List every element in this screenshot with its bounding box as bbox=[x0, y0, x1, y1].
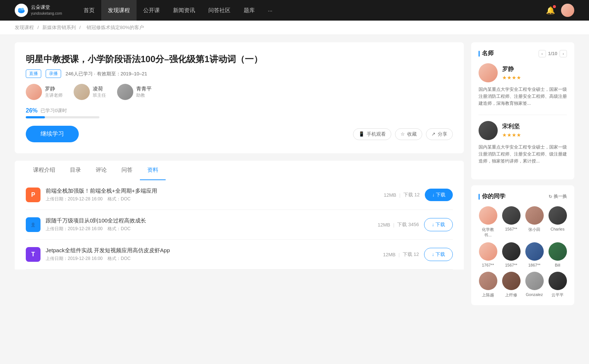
instructor-avatar-0 bbox=[26, 84, 42, 100]
course-instructors: 罗静 主讲老师 凌荷 班主任 青青平 助教 bbox=[26, 84, 453, 100]
teacher-stars-1: ★★★★ bbox=[502, 132, 521, 138]
classmate-7: Bill bbox=[548, 242, 567, 267]
classmate-name-0: 化学教书... bbox=[479, 227, 497, 238]
classmate-name-6: 1867** bbox=[528, 263, 540, 267]
file-name-0: 前端全栈加强版！前端全栈+全周期+多端应用 bbox=[46, 188, 378, 195]
teachers-next-button[interactable]: › bbox=[560, 50, 567, 57]
tab-catalog[interactable]: 目录 bbox=[63, 161, 88, 180]
instructor-info-2: 青青平 助教 bbox=[136, 86, 152, 99]
nav-news[interactable]: 新闻资讯 bbox=[166, 0, 202, 21]
tabs-container: 课程介绍 目录 评论 问答 资料 P 前端全栈加强版！前端全栈+全周期+多端应用… bbox=[15, 161, 464, 270]
progress-section: 26% 已学习0课时 bbox=[26, 107, 453, 118]
tab-resources[interactable]: 资料 bbox=[140, 161, 166, 180]
mobile-view-button[interactable]: 📱 手机观看 bbox=[353, 128, 391, 140]
logo[interactable]: 云朵课堂yundouketang.com bbox=[15, 4, 62, 17]
classmates-card: 你的同学 ↻ 换一换 化学教书... 1567** 张小田 bbox=[471, 185, 574, 305]
instructor-0: 罗静 主讲老师 bbox=[26, 84, 63, 100]
course-header-card: 明星中教授课，小学阶段语法100分–强化级第1讲动词（一） 直播 录播 246人… bbox=[15, 42, 464, 153]
classmate-5: 1567** bbox=[502, 242, 521, 267]
classmates-grid: 化学教书... 1567** 张小田 Charles 1767** bbox=[479, 206, 567, 298]
file-name-2: Jetpack全组件实战 开发短视频应用高仿皮皮虾App bbox=[46, 247, 378, 254]
teacher-header-1: 宋利坚 ★★★★ bbox=[479, 121, 567, 140]
nav-quiz[interactable]: 题库 bbox=[237, 0, 261, 21]
nav-courses[interactable]: 发现课程 bbox=[101, 0, 137, 21]
file-size-0: 12MB bbox=[384, 192, 396, 198]
logo-icon bbox=[15, 4, 28, 17]
classmate-avatar-10 bbox=[525, 272, 544, 290]
navigation: 云朵课堂yundouketang.com 首页 发现课程 公开课 新闻资讯 问答… bbox=[0, 0, 589, 21]
course-title: 明星中教授课，小学阶段语法100分–强化级第1讲动词（一） bbox=[26, 53, 453, 65]
refresh-button[interactable]: ↻ 换一换 bbox=[549, 193, 567, 200]
classmate-6: 1867** bbox=[525, 242, 544, 267]
progress-bar-fill bbox=[26, 116, 45, 118]
main-content: 明星中教授课，小学阶段语法100分–强化级第1讲动词（一） 直播 录播 246人… bbox=[0, 35, 589, 318]
collect-button[interactable]: ☆ 收藏 bbox=[395, 128, 422, 140]
tab-intro[interactable]: 课程介绍 bbox=[26, 161, 63, 180]
breadcrumb-link-1[interactable]: 发现课程 bbox=[15, 25, 34, 30]
instructor-name-2: 青青平 bbox=[136, 86, 152, 92]
download-button-2[interactable]: ↓ 下载 bbox=[424, 248, 453, 261]
classmates-title: 你的同学 ↻ 换一换 bbox=[479, 193, 567, 200]
bell-icon[interactable]: 🔔 bbox=[546, 6, 555, 15]
instructor-1: 凌荷 班主任 bbox=[74, 84, 106, 100]
teacher-desc-0: 国内某重点大学安全工程专业硕士，国家一级注册消防工程师、注册安全工程师、高级注册… bbox=[479, 86, 567, 107]
classmate-avatar-6 bbox=[525, 242, 544, 261]
continue-learning-button[interactable]: 继续学习 bbox=[26, 126, 79, 142]
file-item-2: T Jetpack全组件实战 开发短视频应用高仿皮皮虾App 上传日期：2019… bbox=[26, 240, 453, 270]
share-button[interactable]: ↗ 分享 bbox=[426, 128, 453, 140]
teachers-title-text: 名师 bbox=[482, 50, 494, 57]
refresh-icon: ↻ bbox=[549, 194, 552, 199]
progress-label: 26% 已学习0课时 bbox=[26, 107, 453, 114]
files-section: P 前端全栈加强版！前端全栈+全周期+多端应用 上传日期：2019-12-28 … bbox=[15, 180, 464, 270]
instructor-avatar-2 bbox=[117, 84, 133, 100]
instructor-2: 青青平 助教 bbox=[117, 84, 152, 100]
download-button-0[interactable]: ↓ 下载 bbox=[425, 189, 453, 201]
tab-qa[interactable]: 问答 bbox=[114, 161, 140, 180]
file-info-2: Jetpack全组件实战 开发短视频应用高仿皮皮虾App 上传日期：2019-1… bbox=[46, 247, 378, 262]
file-downloads-2: 下载 12 bbox=[403, 251, 419, 258]
classmate-name-9: 上纤修 bbox=[505, 292, 517, 298]
classmate-name-8: 上陈越 bbox=[482, 292, 494, 298]
download-button-1[interactable]: ↓ 下载 bbox=[424, 218, 453, 231]
file-icon-1: 👤 bbox=[26, 217, 40, 232]
classmate-9: 上纤修 bbox=[502, 272, 521, 298]
nav-open[interactable]: 公开课 bbox=[137, 0, 166, 21]
classmate-10: Gonzalez bbox=[525, 272, 544, 298]
mobile-label: 手机观看 bbox=[367, 131, 386, 138]
teachers-prev-button[interactable]: ‹ bbox=[539, 50, 546, 57]
star-icon: ☆ bbox=[401, 131, 405, 137]
file-stats-1: 12MB | 下载 3456 bbox=[378, 221, 419, 228]
share-label: 分享 bbox=[438, 131, 447, 138]
user-avatar[interactable] bbox=[561, 4, 574, 17]
tab-comments[interactable]: 评论 bbox=[88, 161, 114, 180]
teacher-stars-0: ★★★★ bbox=[502, 75, 521, 81]
teacher-desc-1: 国内某重点大学安全工程专业硕士，国家一级注册消防工程师、注册安全工程师、级注册建… bbox=[479, 144, 567, 165]
classmate-avatar-9 bbox=[502, 272, 521, 290]
instructor-name-0: 罗静 bbox=[45, 86, 63, 92]
nav-home[interactable]: 首页 bbox=[77, 0, 101, 21]
classmate-avatar-7 bbox=[549, 242, 567, 261]
instructor-role-2: 助教 bbox=[136, 92, 152, 99]
mobile-icon: 📱 bbox=[359, 131, 364, 137]
classmate-avatar-8 bbox=[479, 272, 497, 290]
file-meta-0: 上传日期：2019-12-28 16:00 格式：DOC bbox=[46, 196, 378, 202]
breadcrumb-link-2[interactable]: 新媒体营销系列 bbox=[42, 25, 76, 30]
share-icon: ↗ bbox=[431, 131, 435, 137]
classmate-11: 云平平 bbox=[548, 272, 567, 298]
classmate-name-5: 1567** bbox=[505, 263, 517, 267]
breadcrumb-current: 销冠修炼术搞定80%的客户 bbox=[87, 25, 144, 30]
classmate-name-2: 张小田 bbox=[528, 227, 540, 232]
course-actions: 继续学习 📱 手机观看 ☆ 收藏 ↗ 分享 bbox=[26, 126, 453, 142]
nav-qa[interactable]: 问答社区 bbox=[202, 0, 237, 21]
teachers-title: 名师 ‹ 1/10 › bbox=[479, 50, 567, 57]
nav-more[interactable]: ··· bbox=[261, 0, 279, 21]
instructor-name-1: 凌荷 bbox=[93, 86, 106, 92]
teacher-name-1: 宋利坚 bbox=[502, 123, 521, 131]
classmate-name-1: 1567** bbox=[505, 227, 517, 231]
file-downloads-1: 下载 3456 bbox=[397, 221, 419, 228]
classmate-name-10: Gonzalez bbox=[526, 292, 543, 297]
nav-right: 🔔 bbox=[546, 4, 574, 17]
file-downloads-0: 下载 12 bbox=[403, 192, 420, 198]
classmate-avatar-5 bbox=[502, 242, 521, 261]
classmate-avatar-3 bbox=[549, 206, 567, 225]
